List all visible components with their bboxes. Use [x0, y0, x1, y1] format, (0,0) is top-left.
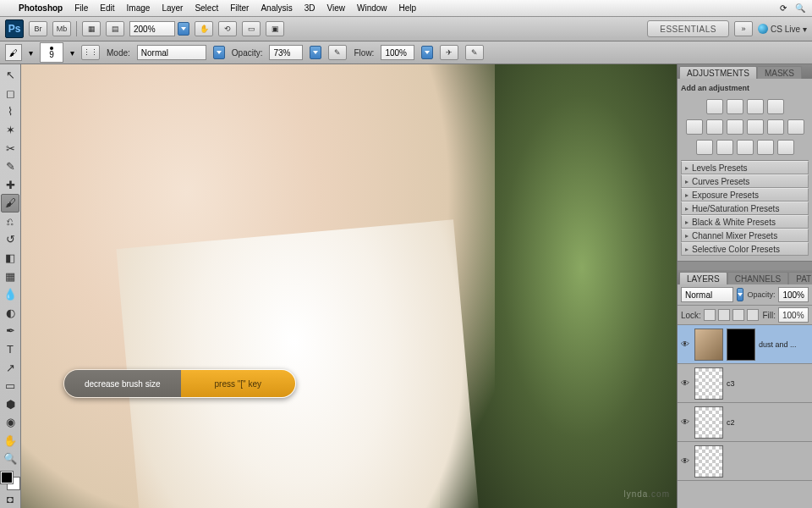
document-canvas[interactable]: decrease brush size press "[" key lynda.…: [21, 64, 677, 508]
menu-3d[interactable]: 3D: [304, 3, 315, 13]
visibility-icon[interactable]: 👁: [679, 456, 691, 467]
brush-tool-icon[interactable]: 🖌: [1, 194, 19, 213]
blur-tool-icon[interactable]: 💧: [1, 285, 19, 304]
tablet-opacity-icon[interactable]: ✎: [328, 45, 347, 60]
layer-thumb[interactable]: [694, 406, 723, 439]
view-guides-icon[interactable]: ▤: [106, 21, 124, 36]
menu-filter[interactable]: Filter: [230, 3, 249, 13]
tab-channels[interactable]: CHANNELS: [727, 272, 788, 284]
preset-curves[interactable]: Curves Presets: [681, 174, 809, 188]
minibridge-icon[interactable]: Mb: [52, 21, 71, 36]
hand-tool-icon[interactable]: ✋: [1, 432, 19, 450]
channel-mixer-icon[interactable]: [787, 119, 804, 135]
pen-tool-icon[interactable]: ✒: [1, 322, 19, 340]
levels-icon[interactable]: [727, 99, 743, 114]
menu-edit[interactable]: Edit: [100, 3, 114, 13]
layer-row[interactable]: 👁 c3: [678, 364, 812, 403]
menu-select[interactable]: Select: [195, 3, 218, 13]
current-tool-icon[interactable]: 🖌: [5, 44, 22, 61]
invert-icon[interactable]: [696, 140, 713, 155]
visibility-icon[interactable]: 👁: [679, 417, 691, 428]
opacity-dropdown-icon[interactable]: [310, 46, 321, 59]
dodge-tool-icon[interactable]: ◐: [1, 304, 19, 323]
tab-masks[interactable]: MASKS: [757, 66, 802, 79]
color-balance-icon[interactable]: [727, 119, 743, 135]
photo-filter-icon[interactable]: [767, 119, 784, 135]
workspace-more-icon[interactable]: »: [734, 21, 753, 36]
menu-help[interactable]: Help: [399, 3, 417, 13]
visibility-icon[interactable]: 👁: [679, 339, 691, 351]
quick-select-tool-icon[interactable]: ✶: [1, 121, 19, 140]
menu-file[interactable]: File: [74, 3, 88, 13]
brush-preset-picker[interactable]: 9: [40, 42, 63, 63]
foreground-color-swatch[interactable]: [1, 472, 13, 483]
lasso-tool-icon[interactable]: ⌇: [1, 102, 19, 121]
blend-mode-select[interactable]: Normal: [137, 45, 206, 60]
arrange-docs-icon[interactable]: ▭: [242, 21, 261, 36]
history-brush-tool-icon[interactable]: ↺: [1, 230, 19, 249]
cs-live-button[interactable]: CS Live ▾: [758, 24, 807, 34]
marquee-tool-icon[interactable]: ◻: [1, 85, 19, 103]
lock-pixels-icon[interactable]: [718, 309, 730, 321]
rotate-view-icon[interactable]: ⟲: [218, 21, 237, 36]
brush-panel-icon[interactable]: ⋮⋮: [81, 45, 100, 60]
menu-window[interactable]: Window: [357, 3, 387, 13]
layer-blend-select[interactable]: Normal: [681, 287, 733, 302]
layer-thumb[interactable]: [694, 329, 723, 361]
visibility-icon[interactable]: 👁: [679, 378, 691, 389]
layer-row[interactable]: 👁 dust and ...: [678, 325, 812, 364]
layer-name[interactable]: dust and ...: [759, 340, 810, 349]
hue-icon[interactable]: [706, 119, 723, 135]
layer-thumb[interactable]: [694, 445, 723, 478]
curves-icon[interactable]: [747, 99, 764, 114]
tab-layers[interactable]: LAYERS: [679, 272, 727, 284]
flow-field[interactable]: 100%: [381, 45, 414, 60]
path-select-tool-icon[interactable]: ↗: [1, 358, 19, 377]
layer-opacity-field[interactable]: 100%: [778, 287, 809, 302]
sync-icon[interactable]: ⟳: [780, 3, 787, 13]
preset-levels[interactable]: Levels Presets: [681, 161, 809, 174]
layer-row[interactable]: 👁 c2: [678, 403, 812, 442]
view-extras-icon[interactable]: ▦: [82, 21, 101, 36]
eraser-tool-icon[interactable]: ◧: [1, 249, 19, 268]
bridge-icon[interactable]: Br: [29, 21, 47, 36]
layer-thumb[interactable]: [694, 367, 723, 400]
airbrush-icon[interactable]: ✈: [440, 45, 458, 60]
preset-bw[interactable]: Black & White Presets: [681, 215, 809, 229]
mode-dropdown-icon[interactable]: [213, 46, 225, 59]
move-tool-icon[interactable]: ↖: [1, 66, 19, 85]
lock-position-icon[interactable]: [732, 309, 744, 321]
selective-color-icon[interactable]: [777, 140, 794, 155]
spotlight-icon[interactable]: 🔍: [795, 3, 805, 13]
type-tool-icon[interactable]: T: [1, 340, 19, 359]
layer-fill-field[interactable]: 100%: [778, 307, 809, 323]
menu-image[interactable]: Image: [127, 3, 151, 13]
zoom-tool-icon[interactable]: 🔍: [1, 450, 19, 468]
color-swatch[interactable]: [1, 472, 19, 490]
posterize-icon[interactable]: [716, 140, 733, 155]
tablet-size-icon[interactable]: ✎: [465, 45, 484, 60]
lock-transparency-icon[interactable]: [704, 309, 716, 321]
zoom-control[interactable]: 200%: [129, 21, 189, 36]
stamp-tool-icon[interactable]: ⎌: [1, 213, 19, 231]
brightness-icon[interactable]: [706, 99, 723, 114]
layer-name[interactable]: c3: [727, 379, 810, 388]
preset-channel[interactable]: Channel Mixer Presets: [681, 229, 809, 242]
blend-dropdown-icon[interactable]: [737, 288, 743, 301]
healing-tool-icon[interactable]: ✚: [1, 175, 19, 194]
quickmask-icon[interactable]: ◘: [1, 489, 19, 508]
3d-tool-icon[interactable]: ⬢: [1, 395, 19, 413]
eyedropper-tool-icon[interactable]: ✎: [1, 157, 19, 176]
preset-hue[interactable]: Hue/Saturation Presets: [681, 202, 809, 215]
zoom-dropdown-icon[interactable]: [178, 22, 189, 36]
gradient-map-icon[interactable]: [757, 140, 774, 155]
photoshop-logo[interactable]: Ps: [5, 19, 24, 38]
lock-all-icon[interactable]: [747, 309, 759, 321]
bw-icon[interactable]: [747, 119, 764, 135]
preset-selective[interactable]: Selective Color Presets: [681, 242, 809, 256]
flow-dropdown-icon[interactable]: [421, 46, 433, 59]
exposure-icon[interactable]: [767, 99, 784, 114]
vibrance-icon[interactable]: [686, 119, 703, 135]
crop-tool-icon[interactable]: ✂: [1, 139, 19, 157]
tab-paths[interactable]: PATHS: [788, 272, 812, 284]
